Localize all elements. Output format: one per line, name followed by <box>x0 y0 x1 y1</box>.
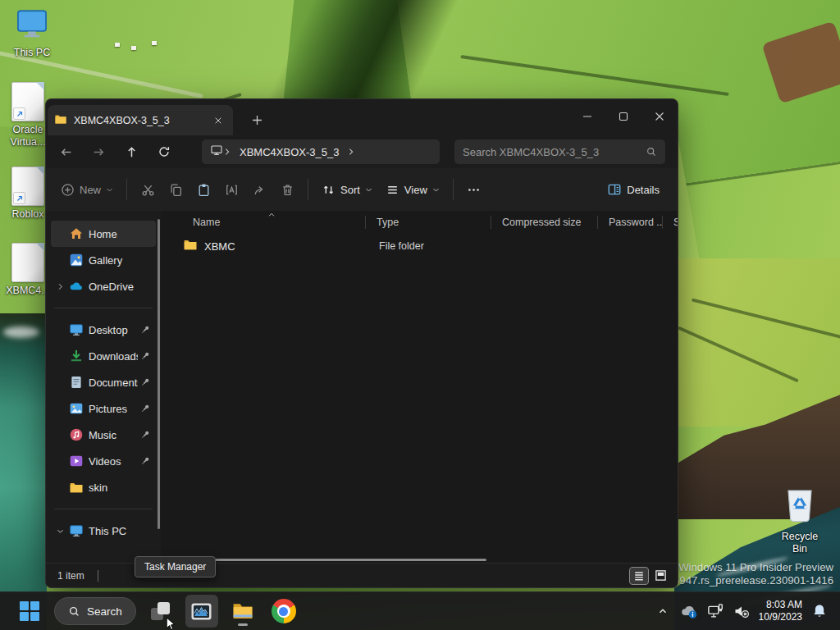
chevron-right-icon[interactable] <box>52 282 67 291</box>
sidebar-item-this-pc[interactable]: This PC <box>51 518 156 544</box>
sidebar-item-home[interactable]: Home <box>51 221 156 247</box>
more-options-button[interactable] <box>460 176 488 203</box>
sidebar-item-documents[interactable]: Documents <box>51 369 156 395</box>
item-count: 1 item <box>57 570 84 582</box>
taskbar-task-manager[interactable] <box>185 595 218 628</box>
command-bar: New Sort View <box>46 168 678 212</box>
chrome-icon <box>272 599 296 623</box>
address-bar[interactable]: XBMC4XBOX-3_5_3 <box>202 139 440 164</box>
sidebar-separator <box>54 509 153 509</box>
search-box[interactable]: Search XBMC4XBOX-3_5_3 <box>454 139 665 164</box>
explorer-tab[interactable]: XBMC4XBOX-3_5_3 <box>48 105 233 135</box>
new-button-label: New <box>80 184 101 196</box>
sidebar-item-label: Home <box>89 228 154 240</box>
shortcut-page-icon <box>11 82 44 121</box>
column-header-compressed-size[interactable]: Compressed size <box>491 211 597 234</box>
sidebar-item-onedrive[interactable]: OneDrive <box>51 273 156 299</box>
sidebar-item-label: Downloads <box>89 350 138 363</box>
cut-button[interactable] <box>134 176 162 203</box>
clock-date: 10/9/2023 <box>759 611 802 623</box>
details-pane-button[interactable]: Details <box>600 177 666 202</box>
sidebar-item-gallery[interactable]: Gallery <box>51 247 156 273</box>
large-thumbnails-toggle[interactable] <box>651 568 669 584</box>
copy-button[interactable] <box>162 176 189 203</box>
desktop-icon-oracle-virtualbox[interactable]: Oracle Virtua... <box>5 82 51 148</box>
documents-icon <box>67 375 85 390</box>
file-row-xbmc[interactable]: XBMCFile folder <box>161 234 678 258</box>
refresh-button[interactable] <box>151 139 177 165</box>
status-separator <box>98 570 98 582</box>
details-view-toggle[interactable] <box>630 568 648 584</box>
desktop-icon-label: Roblox <box>5 208 51 221</box>
taskbar-chrome[interactable] <box>267 595 300 628</box>
view-button[interactable]: View <box>379 178 446 202</box>
desktop-icon-roblox[interactable]: Roblox <box>5 167 51 221</box>
desktop-icon <box>67 322 85 337</box>
desktop-icon-recycle-bin[interactable]: Recycle Bin <box>774 486 825 555</box>
taskbar-clock[interactable]: 8:03 AM 10/9/2023 <box>759 599 802 623</box>
wallpaper-surf <box>3 326 39 338</box>
column-header-type[interactable]: Type <box>365 211 491 234</box>
title-bar[interactable]: XBMC4XBOX-3_5_3 <box>46 99 678 136</box>
new-button[interactable]: New <box>54 178 120 202</box>
sidebar-item-pictures[interactable]: Pictures <box>51 395 156 422</box>
back-button[interactable] <box>52 139 79 165</box>
sidebar-scrollbar[interactable] <box>158 219 160 529</box>
breadcrumb-chevron-icon[interactable] <box>347 148 355 156</box>
start-button[interactable] <box>13 595 46 628</box>
wallpaper-sea-left <box>0 313 47 630</box>
navigation-pane: HomeGalleryOneDriveDesktopDownloadsDocum… <box>46 211 161 563</box>
file-explorer-window: XBMC4XBOX-3_5_3 <box>45 98 678 588</box>
notifications-bell-icon[interactable] <box>810 602 829 620</box>
sidebar-item-label: Desktop <box>89 324 138 336</box>
desktop-icon-xbmc4[interactable]: XBMC4... <box>5 243 51 297</box>
hidden-icons-chevron[interactable] <box>654 602 672 620</box>
network-tray-icon[interactable] <box>706 602 724 620</box>
up-button[interactable] <box>118 139 144 165</box>
sidebar-item-label: Gallery <box>89 254 154 267</box>
page-icon <box>11 243 44 282</box>
desktop-icon-this-pc[interactable]: This PC <box>7 7 57 59</box>
sidebar-item-downloads[interactable]: Downloads <box>51 343 156 369</box>
paste-button[interactable] <box>189 176 217 203</box>
mouse-cursor <box>166 617 176 630</box>
file-explorer-icon <box>231 600 254 623</box>
minimize-button[interactable] <box>569 99 605 134</box>
onedrive-tray-icon[interactable] <box>680 602 698 620</box>
sidebar-item-videos[interactable]: Videos <box>51 448 156 474</box>
rename-button[interactable] <box>217 176 245 203</box>
pictures-icon <box>67 401 85 416</box>
new-tab-button[interactable] <box>246 109 267 130</box>
share-button[interactable] <box>245 176 273 203</box>
volume-muted-tray-icon[interactable] <box>733 602 751 620</box>
column-header-name[interactable]: Name <box>161 211 365 234</box>
sidebar-item-skin[interactable]: skin <box>51 474 156 500</box>
delete-button[interactable] <box>273 176 301 203</box>
navigation-bar: XBMC4XBOX-3_5_3 Search XBMC4XBOX-3_5_3 <box>46 135 678 168</box>
column-header-size[interactable]: Size <box>662 211 678 234</box>
plus-circle-icon <box>61 183 75 197</box>
sidebar-item-desktop[interactable]: Desktop <box>51 317 156 343</box>
taskbar-file-explorer[interactable] <box>226 595 259 628</box>
chevron-down-icon[interactable] <box>52 527 67 536</box>
horizontal-scrollbar[interactable] <box>206 559 486 561</box>
tab-title: XBMC4XBOX-3_5_3 <box>74 115 210 126</box>
window-close-button[interactable] <box>641 99 678 134</box>
pin-icon <box>138 429 153 441</box>
pin-icon <box>138 403 153 414</box>
pin-icon <box>138 350 153 362</box>
thispc-icon <box>67 523 85 538</box>
breadcrumb-path[interactable]: XBMC4XBOX-3_5_3 <box>240 146 339 158</box>
sidebar-item-music[interactable]: Music <box>51 422 156 448</box>
forward-button[interactable] <box>85 139 112 165</box>
view-list-icon <box>386 183 399 197</box>
file-type: File folder <box>365 240 491 252</box>
taskbar-search[interactable]: Search <box>54 597 136 625</box>
column-header-password-[interactable]: Password ... <box>597 211 662 234</box>
tab-close-button[interactable] <box>210 112 226 129</box>
maximize-button[interactable] <box>605 99 641 134</box>
sort-button[interactable]: Sort <box>315 178 379 202</box>
taskbar: Search <box>0 591 840 630</box>
taskbar-search-label: Search <box>87 605 122 618</box>
sidebar-item-label: Music <box>89 429 138 441</box>
